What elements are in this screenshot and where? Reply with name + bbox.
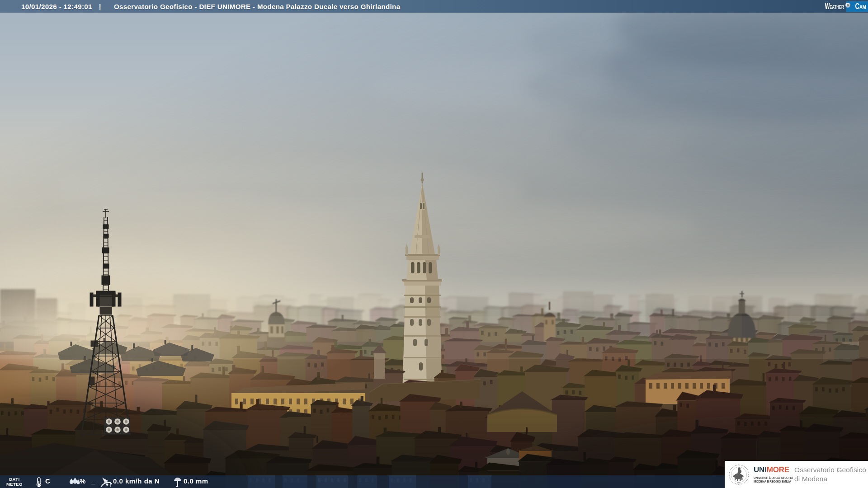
svg-text:1175: 1175 (737, 482, 741, 484)
